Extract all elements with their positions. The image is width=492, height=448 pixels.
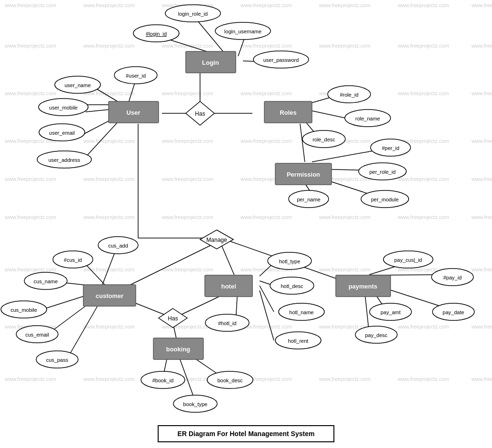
svg-text:www.freeprojectz.com: www.freeprojectz.com [4,43,56,49]
svg-text:hotl_type: hotl_type [279,259,301,264]
svg-text:#cus_id: #cus_id [64,257,82,263]
svg-text:www.freeprojectz.com: www.freeprojectz.com [319,267,371,272]
svg-text:user_password: user_password [263,57,299,63]
svg-text:hotl_name: hotl_name [289,309,313,315]
svg-text:role_desc: role_desc [312,137,335,142]
svg-text:role_name: role_name [355,116,380,121]
svg-text:user_email: user_email [49,130,75,136]
svg-text:www.freeprojectz.com: www.freeprojectz.com [4,376,56,382]
svg-text:www.freeprojectz.com: www.freeprojectz.com [4,2,56,8]
svg-text:www.freeprojectz.com: www.freeprojectz.com [83,376,135,382]
svg-text:www.freeprojectz.com: www.freeprojectz.com [397,176,449,182]
svg-text:#user_id: #user_id [126,73,146,79]
svg-text:www.freeprojectz.com: www.freeprojectz.com [161,90,213,96]
svg-text:www.freeprojectz.com: www.freeprojectz.com [83,176,135,182]
svg-text:www.freeprojectz.com: www.freeprojectz.com [161,176,213,182]
svg-text:www.freeprojectz.com: www.freeprojectz.com [240,138,292,144]
svg-text:www.freeprojectz.com: www.freeprojectz.com [471,324,492,329]
svg-text:user_address: user_address [49,157,80,163]
payments-label: payments [349,283,378,290]
svg-text:cus_name: cus_name [34,279,58,284]
svg-text:www.freeprojectz.com: www.freeprojectz.com [397,90,449,96]
svg-text:per_role_id: per_role_id [369,169,395,175]
svg-text:#role_id: #role_id [340,92,358,98]
svg-text:cus_add: cus_add [108,243,128,249]
svg-text:per_module: per_module [371,197,399,202]
hotel-label: hotel [221,283,236,290]
svg-text:www.freeprojectz.com: www.freeprojectz.com [240,2,292,8]
svg-text:book_type: book_type [183,401,208,407]
svg-text:www.freeprojectz.com: www.freeprojectz.com [319,43,371,49]
svg-text:www.freeprojectz.com: www.freeprojectz.com [83,138,135,144]
svg-text:www.freeprojectz.com: www.freeprojectz.com [471,43,492,49]
svg-text:www.freeprojectz.com: www.freeprojectz.com [161,214,213,220]
svg-text:pay_amt: pay_amt [381,309,401,315]
svg-text:www.freeprojectz.com: www.freeprojectz.com [471,214,492,220]
svg-text:#login_id: #login_id [146,31,167,37]
svg-text:book_desc: book_desc [217,378,243,383]
svg-text:www.freeprojectz.com: www.freeprojectz.com [319,376,371,382]
svg-text:www.freeprojectz.com: www.freeprojectz.com [240,214,292,220]
roles-label: Roles [280,109,296,116]
svg-text:www.freeprojectz.com: www.freeprojectz.com [471,90,492,96]
svg-text:www.freeprojectz.com: www.freeprojectz.com [397,2,449,8]
svg-text:www.freeprojectz.com: www.freeprojectz.com [4,214,56,220]
user-label: User [127,109,141,116]
svg-text:#pay_id: #pay_id [443,275,462,280]
svg-text:login_role_id: login_role_id [178,11,208,17]
svg-text:pay_desc: pay_desc [365,332,388,338]
svg-text:www.freeprojectz.com: www.freeprojectz.com [83,324,135,329]
svg-text:cus_email: cus_email [25,332,49,338]
diagram-caption: ER Diagram For Hotel Management System [158,425,335,442]
svg-text:www.freeprojectz.com: www.freeprojectz.com [240,90,292,96]
svg-text:#book_id: #book_id [152,378,174,383]
has2-label: Has [168,315,178,322]
svg-text:www.freeprojectz.com: www.freeprojectz.com [471,176,492,182]
login-label: Login [202,59,219,66]
svg-text:www.freeprojectz.com: www.freeprojectz.com [471,376,492,382]
customer-label: customer [96,292,124,299]
svg-text:www.freeprojectz.com: www.freeprojectz.com [319,214,371,220]
svg-line-88 [129,245,211,286]
svg-text:user_name: user_name [64,82,90,88]
svg-text:www.freeprojectz.com: www.freeprojectz.com [397,376,449,382]
svg-text:www.freeprojectz.com: www.freeprojectz.com [83,43,135,49]
svg-text:www.freeprojectz.com: www.freeprojectz.com [161,267,213,272]
svg-line-78 [306,110,350,119]
manage-label: Manage [206,237,227,243]
svg-text:hotl_desc: hotl_desc [281,283,303,289]
svg-text:user_mobile: user_mobile [49,105,78,110]
svg-text:www.freeprojectz.com: www.freeprojectz.com [161,138,213,144]
svg-text:www.freeprojectz.com: www.freeprojectz.com [4,90,56,96]
booking-label: booking [166,346,191,353]
svg-text:www.freeprojectz.com: www.freeprojectz.com [397,324,449,329]
svg-text:www.freeprojectz.com: www.freeprojectz.com [240,43,292,49]
svg-text:www.freeprojectz.com: www.freeprojectz.com [471,138,492,144]
svg-text:pay_cus|_id: pay_cus|_id [394,257,422,263]
svg-line-87 [221,245,234,275]
has1-label: Has [195,110,205,117]
svg-text:hotl_rent: hotl_rent [288,338,309,344]
svg-text:www.freeprojectz.com: www.freeprojectz.com [319,2,371,8]
permission-label: Permission [287,171,320,178]
svg-text:cus_mobile: cus_mobile [10,307,37,313]
svg-text:www.freeprojectz.com: www.freeprojectz.com [397,214,449,220]
svg-text:cus_pass: cus_pass [46,357,69,363]
svg-text:www.freeprojectz.com: www.freeprojectz.com [471,267,492,272]
svg-text:#per_id: #per_id [382,145,400,151]
svg-text:www.freeprojectz.com: www.freeprojectz.com [83,214,135,220]
svg-text:#hotl_id: #hotl_id [218,320,237,326]
svg-text:login_username: login_username [224,29,261,34]
svg-line-107 [180,297,219,315]
svg-text:pay_date: pay_date [442,309,464,315]
svg-text:per_name: per_name [297,197,321,202]
svg-text:www.freeprojectz.com: www.freeprojectz.com [4,176,56,182]
svg-line-94 [260,290,274,340]
svg-text:www.freeprojectz.com: www.freeprojectz.com [4,267,56,272]
svg-text:www.freeprojectz.com: www.freeprojectz.com [397,43,449,49]
svg-text:www.freeprojectz.com: www.freeprojectz.com [83,2,135,8]
svg-text:www.freeprojectz.com: www.freeprojectz.com [471,2,492,8]
